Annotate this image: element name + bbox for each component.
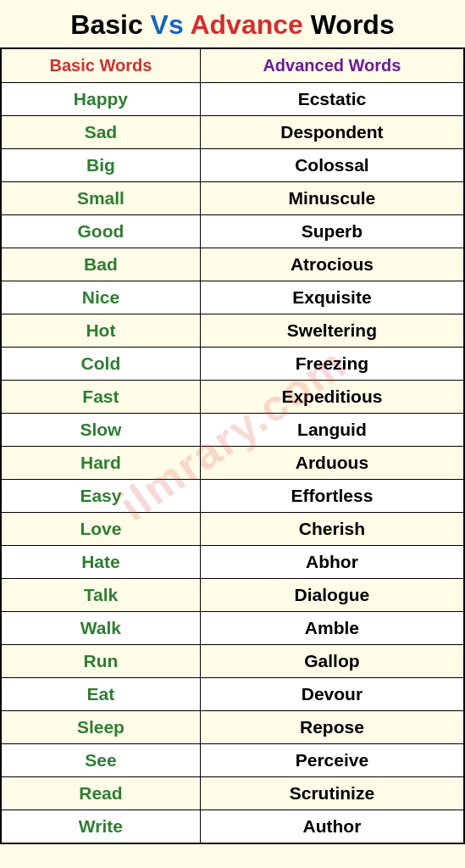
basic-word-cell: Small	[1, 182, 200, 215]
advanced-word-cell: Expeditious	[200, 381, 464, 414]
title-basic: Basic	[70, 9, 142, 40]
basic-word-cell: Love	[1, 513, 200, 546]
advanced-word-cell: Dialogue	[200, 579, 464, 612]
basic-word-cell: Nice	[1, 281, 200, 314]
words-table: Basic Words Advanced Words HappyEcstatic…	[0, 47, 465, 844]
table-row: WalkAmble	[1, 612, 464, 645]
advanced-word-cell: Author	[200, 810, 464, 844]
table-row: SmallMinuscule	[1, 182, 464, 215]
advanced-word-cell: Languid	[200, 414, 464, 447]
basic-word-cell: Read	[1, 777, 200, 810]
table-row: EasyEffortless	[1, 480, 464, 513]
advanced-word-cell: Gallop	[200, 645, 464, 678]
advanced-word-cell: Effortless	[200, 480, 464, 513]
basic-word-cell: Talk	[1, 579, 200, 612]
advanced-word-cell: Amble	[200, 612, 464, 645]
advanced-word-cell: Arduous	[200, 447, 464, 480]
table-header-row: Basic Words Advanced Words	[1, 48, 464, 83]
advanced-word-cell: Perceive	[200, 744, 464, 777]
basic-word-cell: Sad	[1, 116, 200, 149]
basic-word-cell: Write	[1, 810, 200, 844]
basic-word-cell: Hard	[1, 447, 200, 480]
title-words: Words	[311, 9, 395, 40]
basic-word-cell: Fast	[1, 381, 200, 414]
advanced-word-cell: Scrutinize	[200, 777, 464, 810]
basic-word-cell: Walk	[1, 612, 200, 645]
basic-word-cell: Sleep	[1, 711, 200, 744]
page-header: Basic Vs Advance Words	[0, 0, 465, 47]
advanced-word-cell: Minuscule	[200, 182, 464, 215]
basic-word-cell: Big	[1, 149, 200, 182]
table-row: HotSweltering	[1, 314, 464, 348]
basic-word-cell: Cold	[1, 348, 200, 381]
column-header-basic: Basic Words	[1, 48, 200, 83]
basic-word-cell: Easy	[1, 480, 200, 513]
table-row: EatDevour	[1, 678, 464, 711]
table-row: NiceExquisite	[1, 281, 464, 314]
advanced-word-cell: Superb	[200, 215, 464, 248]
basic-word-cell: Slow	[1, 414, 200, 447]
advanced-word-cell: Exquisite	[200, 281, 464, 314]
app-container: ilmrary.com Basic Vs Advance Words Basic…	[0, 0, 465, 844]
basic-word-cell: Good	[1, 215, 200, 248]
table-row: SlowLanguid	[1, 414, 464, 447]
advanced-word-cell: Colossal	[200, 149, 464, 182]
advanced-word-cell: Devour	[200, 678, 464, 711]
table-row: TalkDialogue	[1, 579, 464, 612]
advanced-word-cell: Sweltering	[200, 314, 464, 348]
table-row: SleepRepose	[1, 711, 464, 744]
advanced-word-cell: Freezing	[200, 348, 464, 381]
column-header-advanced: Advanced Words	[200, 48, 464, 83]
advanced-word-cell: Despondent	[200, 116, 464, 149]
table-row: HappyEcstatic	[1, 83, 464, 116]
table-body: HappyEcstaticSadDespondentBigColossalSma…	[1, 83, 464, 844]
basic-word-cell: See	[1, 744, 200, 777]
table-row: GoodSuperb	[1, 215, 464, 248]
table-row: ColdFreezing	[1, 348, 464, 381]
table-row: HateAbhor	[1, 546, 464, 579]
advanced-word-cell: Repose	[200, 711, 464, 744]
table-row: WriteAuthor	[1, 810, 464, 844]
table-row: FastExpeditious	[1, 381, 464, 414]
advanced-word-cell: Atrocious	[200, 248, 464, 281]
table-row: ReadScrutinize	[1, 777, 464, 810]
basic-word-cell: Run	[1, 645, 200, 678]
title-vs: Vs	[151, 9, 184, 40]
basic-word-cell: Bad	[1, 248, 200, 281]
basic-word-cell: Hot	[1, 314, 200, 348]
table-row: SadDespondent	[1, 116, 464, 149]
table-row: HardArduous	[1, 447, 464, 480]
table-row: LoveCherish	[1, 513, 464, 546]
page-title: Basic Vs Advance Words	[7, 8, 458, 41]
basic-word-cell: Eat	[1, 678, 200, 711]
advanced-word-cell: Cherish	[200, 513, 464, 546]
advanced-word-cell: Ecstatic	[200, 83, 464, 116]
advanced-word-cell: Abhor	[200, 546, 464, 579]
table-row: RunGallop	[1, 645, 464, 678]
table-row: BadAtrocious	[1, 248, 464, 281]
title-advance: Advance	[190, 9, 302, 40]
table-row: BigColossal	[1, 149, 464, 182]
basic-word-cell: Happy	[1, 83, 200, 116]
table-row: SeePerceive	[1, 744, 464, 777]
basic-word-cell: Hate	[1, 546, 200, 579]
